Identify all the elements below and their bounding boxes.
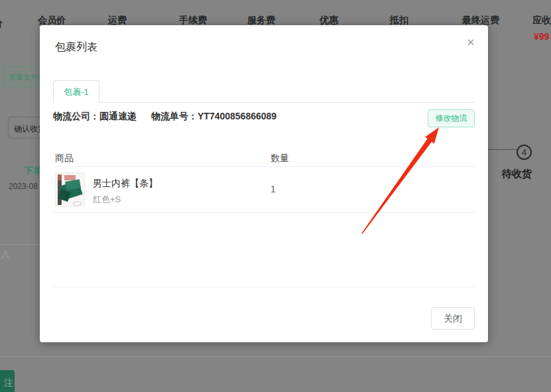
product-name: 男士内裤【条】 [93, 178, 158, 190]
dialog-title: 包裹列表 [55, 40, 97, 54]
tab-bar-underline [53, 102, 475, 103]
step4-awaiting-receipt-label: 待收货 [502, 168, 532, 180]
logistics-company-label: 物流公司： [53, 111, 99, 121]
tab-package-1[interactable]: 包裹-1 [53, 80, 99, 103]
add-remark-label: 注 [4, 377, 13, 389]
page-root: { "backdrop": { "edge_fragment": "价", "t… [0, 0, 551, 392]
table-header-product: 商品 [55, 153, 74, 164]
close-icon[interactable]: ✕ [463, 34, 479, 50]
thumb-label-strip-top [58, 174, 62, 180]
modify-logistics-button[interactable]: 修改物流 [428, 109, 475, 127]
table-header-border [53, 166, 475, 167]
view-payment-record-button[interactable]: 查看支付记 [3, 66, 42, 87]
table-bottom-border [53, 287, 475, 288]
thumb-logo-oval [73, 202, 82, 206]
tracking-number-label: 物流单号： [151, 111, 198, 121]
close-button[interactable]: 关闭 [431, 307, 475, 330]
receivable-amount: ¥99 [534, 31, 549, 42]
product-spec: 红色+S [93, 194, 121, 206]
background-divider-top [0, 244, 41, 245]
remark-input-placeholder-fragment: 入 [1, 249, 10, 261]
table-header-quantity: 数量 [271, 153, 289, 164]
logistics-company-value: 圆通速递 [99, 111, 137, 121]
table-row-border [53, 212, 475, 213]
logistics-info-line: 物流公司：圆通速递物流单号：YT7400856866089 [53, 111, 276, 123]
add-remark-button[interactable]: 注 [0, 370, 15, 392]
clipped-column-fragment: 价 [0, 18, 3, 30]
tracking-number-value: YT7400856866089 [198, 111, 276, 121]
background-divider-bottom [0, 356, 551, 357]
package-list-dialog: 包裹列表 ✕ 包裹-1 物流公司：圆通速递物流单号：YT740085686608… [40, 25, 488, 342]
product-thumbnail [55, 172, 85, 207]
step1-order-date: 2023-08 [9, 182, 38, 191]
confirm-receipt-button[interactable]: 确认收货 [8, 117, 42, 139]
column-header-receivable: 应收金 [532, 15, 551, 27]
step4-circle: 4 [517, 145, 532, 160]
product-quantity: 1 [271, 184, 276, 194]
